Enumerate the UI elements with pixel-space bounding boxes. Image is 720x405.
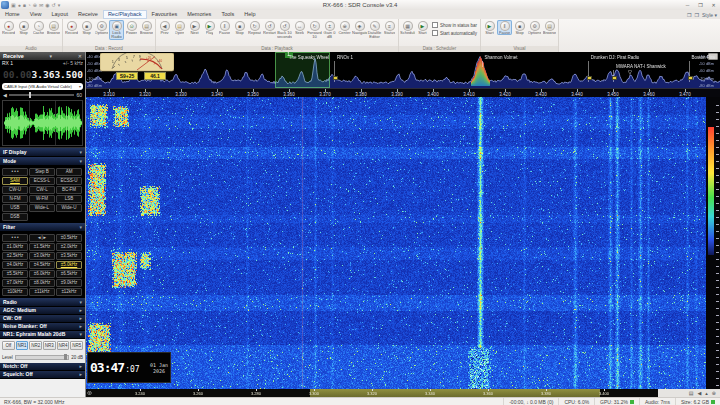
schedule-button[interactable]: ▦Schedule [400,20,415,35]
status-button[interactable]: ≡Status [382,20,397,35]
snapshot-icon[interactable]: ▤ [689,389,694,397]
stop-button[interactable]: ■Stop [79,20,94,35]
nr-level-slider-thumb[interactable] [64,354,67,360]
start-button[interactable]: ▶Start [482,20,497,35]
section-header-filter[interactable]: Filter▾ [0,223,85,232]
mode-n-fm[interactable]: N-FM [2,195,28,203]
seek-button[interactable]: ↔Seek [292,20,307,35]
mode-cw-u[interactable]: CW-U [2,186,28,194]
quick-access-toolbar[interactable]: ▣●■◔⊕✉◉↺▾ [11,2,62,8]
section-header-cw[interactable]: CW: Off▸ [0,315,85,323]
filter-4-5khz[interactable]: ±4.5kHz [29,261,55,269]
filter-3-0khz[interactable]: ±3.0kHz [29,252,55,260]
section-header-if-display[interactable]: IF Display▾ [0,148,85,157]
checkbox-start-automatically[interactable]: Start automatically [432,30,477,36]
filter-6-0khz[interactable]: ±6.0kHz [29,270,55,278]
mode-cw-l[interactable]: CW-L [29,186,55,194]
mode-item[interactable]: • • • [2,168,28,176]
filter-11khz[interactable]: ±11kHz [29,288,55,296]
restart-button[interactable]: ↺Restart [262,20,277,35]
tab-help[interactable]: Help [239,10,260,19]
mode-ecss-u[interactable]: ECSS-U [56,177,82,185]
volume-slider-thumb[interactable] [29,92,31,98]
window-layout2-icon[interactable]: ❐ [694,12,698,18]
tuning-step-label[interactable]: +/- 5 kHz [63,60,83,67]
minimize-button[interactable]: ─ [681,1,694,10]
nr-nr5-button[interactable]: NR5 [70,341,83,350]
open-button[interactable]: ▤Open [172,20,187,35]
filter-8-0khz[interactable]: ±8.0kHz [29,279,55,287]
mode-bc-fm[interactable]: BC-FM [56,186,82,194]
filter-9-0khz[interactable]: ±9.0kHz [56,279,82,287]
navigator-button[interactable]: ◈Navigator [352,20,367,35]
section-header-radio[interactable]: Radio▾ [0,298,85,307]
mode-sam[interactable]: SAM [2,177,28,185]
nr-off-button[interactable]: Off [2,341,15,350]
prev-button[interactable]: ◀Prev [157,20,172,35]
station-marker-rnov-1[interactable]: RNOv 1 [337,55,353,60]
audio-device-select[interactable]: CABLE Input (VB-Audio Virtual Cable) ▾ [2,83,83,90]
mode-ecss-l[interactable]: ECSS-L [29,177,55,185]
gain-0-db-button[interactable]: ±Gain 0 dB [322,20,337,40]
station-marker-shannon-volmet[interactable]: Shannon Volmet [485,55,518,60]
filter-2-5khz[interactable]: ±2.5kHz [2,252,28,260]
nr-nr3-button[interactable]: NR3 [43,341,56,350]
center-button[interactable]: ⊕Center [337,20,352,35]
next-button[interactable]: ▶Next [187,20,202,35]
station-marker-the-squeaky-wheel[interactable]: The Squeaky Wheel [289,55,330,60]
options-button[interactable]: ⚙Options [527,20,542,35]
datafile-editor-button[interactable]: ✎Datafile Editor [367,20,382,40]
pause-button[interactable]: ‖Pause [497,20,512,35]
browse-button[interactable]: ▤Browse [542,20,557,35]
section-header-nr[interactable]: NR1: Ephraim Malah 20dB▾ [0,331,85,339]
checkbox-show-in-status-bar[interactable]: Show in status bar [432,22,477,28]
marker-flag-icon[interactable] [688,76,693,80]
tab-favourites[interactable]: Favourites [147,10,183,19]
waterfall-settings-gear-icon[interactable]: ⊛ [712,389,716,397]
record-button[interactable]: ●Record [64,20,79,35]
options-button[interactable]: ⚙Options [94,20,109,35]
nr-level-slider[interactable] [15,355,69,360]
filter-6-5khz[interactable]: ±6.5kHz [56,270,82,278]
mode-wide-l[interactable]: Wide-L [29,204,55,212]
tab-rec-playback[interactable]: Rec/Playback [103,10,147,19]
frequency-scale[interactable]: 3.3103.3203.3303.3403.3503.3603.3703.380… [86,88,720,97]
lock-radio-button[interactable]: ▣Lock Radio [109,20,124,40]
mode-step-b[interactable]: Step B [29,168,55,176]
power-button[interactable]: ⊙Power [124,20,139,35]
mode-lsb[interactable]: LSB [56,195,82,203]
mode-usb[interactable]: USB [2,204,28,212]
filter-10khz[interactable]: ±10kHz [2,288,28,296]
filter-1-5khz[interactable]: ±1.5kHz [29,243,55,251]
record-button[interactable]: ●Record [1,20,16,35]
visible-span-highlight[interactable] [310,389,600,397]
receive-pane-header[interactable]: Receive ▾ ✕ [0,52,85,60]
pane-close-icon[interactable]: ✕ [75,52,82,60]
filter-item[interactable]: ◄|► [29,234,55,242]
speaker-icon[interactable]: ◀ [697,389,701,397]
pane-collapse-icon[interactable]: ▾ [47,52,53,60]
nr-nr4-button[interactable]: NR4 [57,341,70,350]
back-10-seconds-button[interactable]: ↺Back 10 seconds [277,20,292,40]
nr-nr1-button[interactable]: NR1 [16,341,29,350]
marker-flag-icon[interactable] [612,76,617,80]
waterfall-display[interactable] [86,97,720,389]
play-button[interactable]: ▶Play [202,20,217,35]
tab-view[interactable]: View [25,10,47,19]
section-header-noise-blanker[interactable]: Noise Blanker: Off▸ [0,323,85,331]
tab-memories[interactable]: Memories [182,10,216,19]
band-navigation-bar[interactable]: ⊛ 3.2403.2603.2803.3003.3203.3403.3603.3… [86,389,720,397]
marker-flag-icon[interactable] [333,76,338,80]
waterfall-color-scale[interactable] [706,97,720,389]
stop-button[interactable]: ■Stop [232,20,247,35]
forward-10-seconds-button[interactable]: ↻Forward 10 seconds [307,20,322,40]
marker-flag-icon[interactable] [587,76,592,80]
browse-button[interactable]: ▤Browse [139,20,154,35]
scroll-up-icon[interactable]: ▴ [705,389,708,397]
mode-w-fm[interactable]: W-FM [29,195,55,203]
station-marker-boston-pira[interactable]: Boston Pira [692,55,715,60]
section-header-agc[interactable]: AGC: Medium▸ [0,307,85,315]
section-header-notch[interactable]: Notch: Off▸ [0,363,85,371]
mode-wide-u[interactable]: Wide-U [56,204,82,212]
filter-0-5khz[interactable]: ±0.5kHz [56,234,82,242]
